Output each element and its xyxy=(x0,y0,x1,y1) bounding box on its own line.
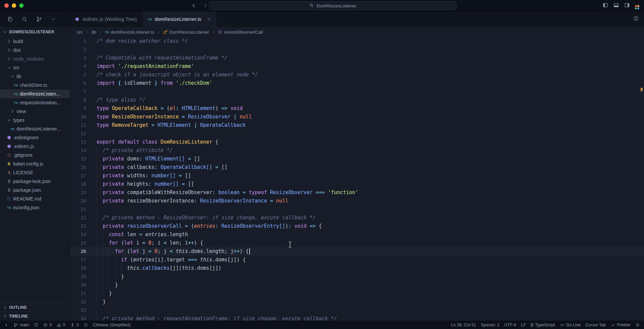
line-number[interactable]: 28 xyxy=(70,264,97,272)
tree-item-eslintrc-js[interactable]: .eslintrc.js xyxy=(0,142,70,151)
code-line-26[interactable]: 26 for (let j = 0; j < this.doms.length;… xyxy=(70,247,644,256)
tree-item-types[interactable]: types xyxy=(0,116,70,124)
status-item-lf[interactable]: LF xyxy=(521,323,526,327)
line-number[interactable]: 13 xyxy=(70,138,97,146)
line-number[interactable]: 30 xyxy=(70,281,97,289)
status-item-typescript[interactable]: {}TypeScript xyxy=(530,323,555,327)
line-number[interactable]: 24 xyxy=(70,230,97,239)
code-line-2[interactable]: 2 xyxy=(70,45,644,54)
code-line-20[interactable]: 20 private resizeObserverInstance: Resiz… xyxy=(70,197,644,205)
tree-item-dist[interactable]: dist xyxy=(0,46,70,54)
code-line-4[interactable]: 4import './requestAnimationFrame' xyxy=(70,62,644,71)
tree-item-build[interactable]: build xyxy=(0,37,70,46)
tree-item-gitignore[interactable]: .gitignore xyxy=(0,151,70,159)
line-number[interactable]: 12 xyxy=(70,130,97,138)
explorer-section-header[interactable]: DOMRESIZELISTENER xyxy=(0,27,70,37)
line-number[interactable]: 31 xyxy=(70,289,97,298)
code-line-15[interactable]: 15 private doms: HTMLElement[] = [] xyxy=(70,155,644,163)
tree-item-lib[interactable]: lib xyxy=(0,72,70,81)
status-item-spaces-2[interactable]: Spaces: 2 xyxy=(481,323,500,327)
code-line-27[interactable]: 27 if (entries[i].target === this.doms[j… xyxy=(70,256,644,264)
line-number[interactable]: 19 xyxy=(70,188,97,197)
code-line-6[interactable]: 6import { isElement } from './checkDom' xyxy=(70,79,644,87)
tree-item-readme-md[interactable]: ⓘREADME.md xyxy=(0,194,70,203)
status-item-bolt[interactable] xyxy=(4,323,9,327)
tab-domresizelistener-ts[interactable]: TSdomResizeListener.ts xyxy=(142,11,217,27)
tree-item-tsconfig-json[interactable]: TStsconfig.json xyxy=(0,203,70,212)
breadcrumb-item-lib[interactable]: lib xyxy=(92,30,96,35)
code-line-14[interactable]: 14 /* private attribute */ xyxy=(70,146,644,155)
line-number[interactable]: 32 xyxy=(70,298,97,306)
line-number[interactable]: 10 xyxy=(70,113,97,121)
status-item-0[interactable]: 0 xyxy=(70,323,79,327)
history-back-button[interactable] xyxy=(191,3,196,8)
tree-item-eslintignore[interactable]: .eslintignore xyxy=(0,133,70,142)
status-item-utf-8[interactable]: UTF-8 xyxy=(504,323,516,327)
zoom-window-button[interactable] xyxy=(19,3,24,8)
code-line-11[interactable]: 11type RemoveTarget = HTMLElement | Oper… xyxy=(70,121,644,130)
editor-scrollbar[interactable] xyxy=(639,27,644,320)
code-line-9[interactable]: 9type OperateCallback = (el: HTMLElement… xyxy=(70,104,644,113)
code-line-5[interactable]: 5/* check if a javascript object is an e… xyxy=(70,71,644,79)
minimize-window-button[interactable] xyxy=(12,3,16,8)
line-number[interactable]: 25 xyxy=(70,239,97,247)
status-item-bell[interactable] xyxy=(635,323,640,327)
code-line-33[interactable]: 33 xyxy=(70,306,644,315)
code-line-10[interactable]: 10type ResizeObserverInstance = ResizeOb… xyxy=(70,113,644,121)
tree-item-babel-config-js[interactable]: Bbabel.config.js xyxy=(0,159,70,168)
toggle-secondary-sidebar-button[interactable] xyxy=(624,2,630,9)
tree-item-package-json[interactable]: {}package.json xyxy=(0,186,70,194)
history-forward-button[interactable] xyxy=(203,3,208,8)
outline-section-header[interactable]: OUTLINE xyxy=(0,303,70,312)
status-item-ln-26-col-51[interactable]: Ln 26, Col 51 xyxy=(451,323,476,327)
breadcrumb-item-src[interactable]: src xyxy=(77,30,83,35)
explorer-button[interactable] xyxy=(7,16,13,22)
line-number[interactable]: 1 xyxy=(70,37,97,45)
close-window-button[interactable] xyxy=(4,3,9,8)
line-number[interactable]: 33 xyxy=(70,306,97,315)
tree-item-requestanimation[interactable]: TSrequestAnimation... xyxy=(0,98,70,107)
line-number[interactable]: 18 xyxy=(70,180,97,188)
status-item-circle[interactable] xyxy=(84,323,88,327)
tree-item-domresizelisten[interactable]: TSdomResizeListen... xyxy=(0,89,70,98)
toggle-panel-button[interactable] xyxy=(613,2,619,9)
line-number[interactable]: 27 xyxy=(70,256,97,264)
status-item-0[interactable]: 0 xyxy=(57,323,65,327)
tree-item-src[interactable]: src xyxy=(0,63,70,72)
status-item-cursor-tab[interactable]: Cursor Tab xyxy=(585,323,606,327)
line-number[interactable]: 22 xyxy=(70,214,97,222)
status-item-sync[interactable] xyxy=(34,323,38,327)
tree-item-checkdom-ts[interactable]: TScheckDom.ts xyxy=(0,81,70,89)
line-number[interactable]: 29 xyxy=(70,272,97,281)
close-tab-button[interactable] xyxy=(207,17,211,22)
split-editor-button[interactable] xyxy=(633,16,639,23)
line-number[interactable]: 8 xyxy=(70,96,97,104)
code-line-31[interactable]: 31 } xyxy=(70,289,644,298)
tree-item-view[interactable]: view xyxy=(0,107,70,116)
settings-button[interactable] xyxy=(635,2,639,9)
code-line-7[interactable]: 7 xyxy=(70,87,644,96)
breadcrumb-item-domresizelistener-ts[interactable]: TSdomResizeListener.ts xyxy=(105,30,154,35)
tree-item-package-lock-json[interactable]: {}package-lock.json xyxy=(0,177,70,186)
breadcrumb-item-resizeobservercall[interactable]: resizeObserverCall xyxy=(218,30,263,35)
code-line-21[interactable]: 21 xyxy=(70,205,644,214)
line-number[interactable]: 7 xyxy=(70,87,97,96)
line-number[interactable]: 9 xyxy=(70,104,97,113)
line-number[interactable]: 14 xyxy=(70,146,97,155)
line-number[interactable]: 11 xyxy=(70,121,97,130)
line-number[interactable]: 21 xyxy=(70,205,97,214)
code-area[interactable]: 1/* dom resize watcher class */23/* Comp… xyxy=(70,37,644,320)
line-number[interactable]: 6 xyxy=(70,79,97,87)
status-item-go-live[interactable]: Go Live xyxy=(560,323,581,327)
line-number[interactable]: 20 xyxy=(70,197,97,205)
line-number[interactable]: 2 xyxy=(70,45,97,54)
line-number[interactable]: 23 xyxy=(70,222,97,230)
breadcrumb-item-domresizelistener[interactable]: DomResizeListener xyxy=(163,30,209,35)
code-line-1[interactable]: 1/* dom resize watcher class */ xyxy=(70,37,644,45)
tree-item-domresizelistener[interactable]: TSdomResizeListener... xyxy=(0,124,70,133)
tree-item-node-modules[interactable]: node_modules xyxy=(0,54,70,63)
tree-item-license[interactable]: §LICENSE xyxy=(0,168,70,177)
line-number[interactable]: 3 xyxy=(70,54,97,62)
status-item-main[interactable]: main xyxy=(13,323,29,327)
status-item-0[interactable]: 0 xyxy=(43,323,52,327)
